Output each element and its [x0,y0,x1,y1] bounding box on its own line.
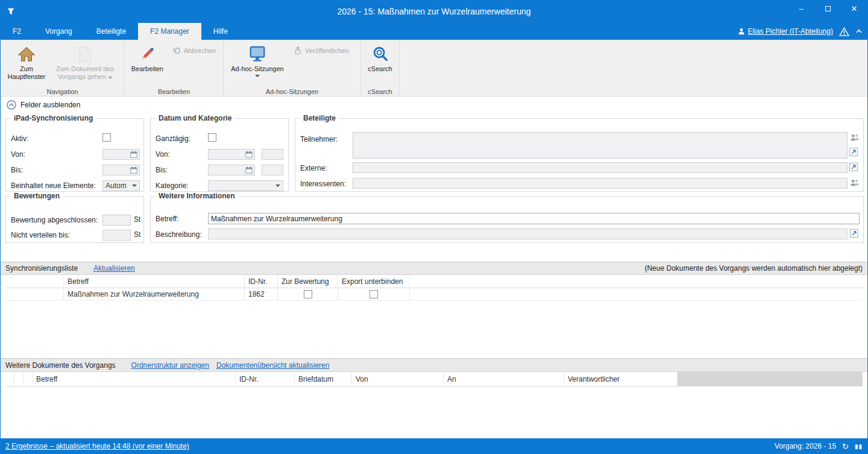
docs-table: Betreff ID-Nr. Briefdatum Von An Verantw… [1,372,867,438]
fieldset-weitere-informationen: Weitere Informationen Betreff: Beschreib… [150,196,864,243]
bearbeiten-button[interactable]: Bearbeiten [127,41,168,87]
adhoc-sitzungen-button[interactable]: Ad-hoc-Sitzungen [226,41,289,87]
maximize-button[interactable] [814,0,841,17]
sync-col-idnr[interactable]: ID-Nr. [245,275,278,288]
zur-bewertung-checkbox[interactable] [304,290,312,298]
docs-col-von[interactable]: Von [352,372,444,386]
zum-hauptfenster-label: Zum Hauptfenster [7,65,46,81]
kategorie-select[interactable] [208,180,283,191]
statusbar-results-link[interactable]: 2 Ergebnisse – aktualisiert heute 14:48 … [5,442,189,450]
zum-hauptfenster-button[interactable]: Zum Hauptfenster [3,41,50,87]
veroeffentlichen-button[interactable]: Veröffentlichen [289,45,354,57]
beschreibung-label: Beschreibung: [156,230,202,239]
veroeffentlichen-label: Veröffentlichen [305,47,349,54]
aktualisieren-link[interactable]: Aktualisieren [93,264,135,273]
tab-f2-manager[interactable]: F2 Manager [138,23,201,40]
ribbon-group-csearch-label: cSearch [361,88,399,95]
close-button[interactable]: ✕ [841,0,867,17]
bewertung-abgeschlossen-unit: St [134,215,140,224]
expand-icon[interactable] [849,163,858,171]
interessenten-field[interactable] [353,178,848,189]
refresh-icon[interactable]: ↻ [842,442,849,451]
neue-elemente-select[interactable]: Autom [102,180,140,191]
calendar-icon [130,166,137,174]
ribbon-group-bearbeiten: Bearbeiten Abbrechen Bearbeiten [125,40,224,96]
beschreibung-field[interactable] [208,229,848,239]
current-user-link[interactable]: Elias Pichler (IT-Abteilung) [738,27,833,36]
dokumentenuebersicht-link[interactable]: Dokumentenübersicht aktualisieren [216,361,329,370]
monitor-icon [248,43,266,65]
sync-table-header: Betreff ID-Nr. Zur Bewertung Export unte… [5,275,863,288]
fieldset-beteiligte: Beteiligte Teilnehmer: Externe: Interess… [295,118,864,192]
document-icon [78,43,92,65]
bearbeiten-label: Bearbeiten [131,65,163,73]
abbrechen-button[interactable]: Abbrechen [168,45,221,57]
datum-bis-time-input[interactable] [262,165,283,175]
ribbon: Zum Hauptfenster Zum Dokument des Vorgan… [1,40,867,96]
row-betreff: Maßnahmen zur Wurzelraumerweiterung [64,288,245,300]
adhoc-dropdown-caret [255,75,260,77]
bewertung-abgeschlossen-field[interactable] [102,215,131,225]
calendar-icon [130,151,137,158]
datum-bis-date-input[interactable] [208,165,255,175]
ipad-von-date-input[interactable] [102,149,140,160]
calendar-icon [245,166,253,174]
chevron-down-icon [132,184,137,187]
export-unterbinden-checkbox[interactable] [370,290,378,298]
tab-f2[interactable]: F2 [1,23,33,40]
table-row[interactable]: Maßnahmen zur Wurzelraumerweiterung 1862 [5,288,863,301]
docs-col-idnr[interactable]: ID-Nr. [236,372,295,386]
collapse-ribbon-icon[interactable] [855,28,863,34]
ganztaegig-checkbox[interactable] [208,133,216,142]
aktiv-checkbox[interactable] [102,133,111,142]
fieldset-ipad-sync-title: iPad-Synchronisierung [11,114,96,122]
docs-col-an[interactable]: An [444,372,564,386]
user-name-label: Elias Pichler (IT-Abteilung) [748,27,833,36]
betreff-label: Betreff: [156,214,178,224]
sync-col-blank[interactable] [5,275,64,288]
externe-field[interactable] [353,162,848,173]
docs-col-betreff[interactable]: Betreff [33,372,236,386]
expand-icon[interactable] [850,229,858,238]
docs-col-briefdatum[interactable]: Briefdatum [295,372,352,386]
datum-von-date-input[interactable] [208,149,255,160]
tab-beteiligte[interactable]: Beteiligte [84,23,138,40]
betreff-input[interactable] [208,213,860,224]
fields-toggle-row[interactable]: Felder ausblenden [1,96,867,113]
abbrechen-label: Abbrechen [184,47,216,54]
sync-list-title: Synchronisierungsliste [5,264,78,273]
statusbar: 2 Ergebnisse – aktualisiert heute 14:48 … [1,438,867,454]
sync-table-empty-area [5,301,863,358]
ribbon-group-adhoc-label: Ad-hoc-Sitzungen [224,88,360,95]
ordnerstruktur-link[interactable]: Ordnerstruktur anzeigen [131,361,209,370]
nicht-verteilen-field[interactable] [102,230,131,241]
sync-col-export-unterbinden[interactable]: Export unterbinden [338,275,410,288]
fieldset-bewertungen: Bewertungen Bewertung abgeschlossen: St … [5,196,144,243]
pause-icon[interactable]: ▮▮ [855,443,863,450]
row-idnr: 1862 [245,288,278,300]
ipad-von-label: Von: [11,150,25,159]
zum-dokument-des-vorgangs-button[interactable]: Zum Dokument des Vorgangs gehen [50,41,120,87]
titlebar: 2026 - 15: Maßnahmen zur Wurzelraumerwei… [1,0,867,23]
docs-col-verantwortlicher[interactable]: Verantwortlicher [564,372,678,386]
minimize-button[interactable]: – [788,0,814,17]
csearch-button[interactable]: cSearch [363,41,397,87]
datum-bis-label: Bis: [156,165,168,175]
datum-von-time-input[interactable] [262,149,283,160]
sync-col-betreff[interactable]: Betreff [64,275,245,288]
neue-elemente-value: Autom [105,181,127,190]
fieldset-datum-kategorie-title: Datum und Kategorie [156,114,234,122]
people-icon[interactable] [850,178,860,187]
ipad-bis-date-input[interactable] [102,165,140,175]
teilnehmer-field[interactable] [353,132,848,159]
tab-hilfe[interactable]: Hilfe [201,23,240,40]
expand-icon[interactable] [849,148,858,156]
tab-vorgang[interactable]: Vorgang [33,23,84,40]
people-icon[interactable] [850,133,860,142]
calendar-icon [245,151,253,158]
statusbar-vorgang-label: Vorgang: 2026 - 15 [775,442,836,450]
ribbon-group-csearch: cSearch cSearch [361,40,400,96]
sync-col-zur-bewertung[interactable]: Zur Bewertung [278,275,338,288]
warning-icon[interactable] [839,27,849,36]
window-title: 2026 - 15: Maßnahmen zur Wurzelraumerwei… [1,7,867,16]
